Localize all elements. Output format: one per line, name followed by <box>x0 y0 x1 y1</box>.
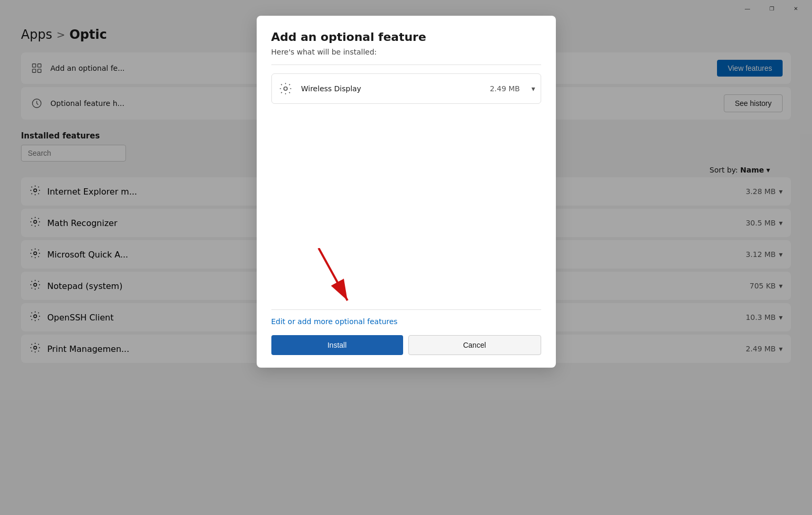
wireless-display-size: 2.49 MB <box>490 84 520 93</box>
modal-overlay: Add an optional feature Here's what will… <box>0 0 812 515</box>
cancel-button[interactable]: Cancel <box>408 335 541 355</box>
dialog-bottom-divider <box>271 309 541 310</box>
install-button[interactable]: Install <box>271 335 403 355</box>
svg-point-11 <box>283 87 287 91</box>
dialog-subtitle: Here's what will be installed: <box>271 48 541 56</box>
expand-icon[interactable]: ▾ <box>531 84 535 93</box>
wireless-display-item[interactable]: Wireless Display 2.49 MB ▾ <box>271 73 541 104</box>
edit-features-link[interactable]: Edit or add more optional features <box>271 317 541 326</box>
dialog-spacer <box>271 110 541 309</box>
add-optional-feature-dialog: Add an optional feature Here's what will… <box>257 16 556 368</box>
wireless-display-icon <box>277 80 294 97</box>
dialog-buttons: Install Cancel <box>271 335 541 355</box>
wireless-display-name: Wireless Display <box>301 84 483 93</box>
dialog-top-divider <box>271 65 541 65</box>
dialog-title: Add an optional feature <box>271 30 541 44</box>
